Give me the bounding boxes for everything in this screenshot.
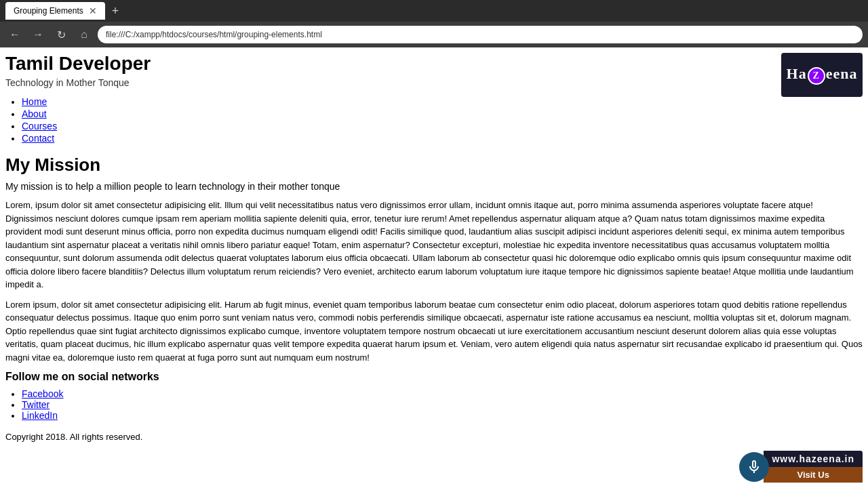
new-tab-button[interactable]: +: [108, 4, 123, 18]
address-bar[interactable]: [98, 26, 863, 43]
logo-prefix: Ha: [787, 65, 807, 82]
ad-url: www.hazeena.in: [764, 451, 863, 467]
social-list: Facebook Twitter LinkedIn: [5, 388, 863, 421]
logo-text: HaZeena: [787, 65, 858, 85]
site-tagline: Technology in Mother Tonque: [5, 77, 863, 88]
site-title: Tamil Developer: [5, 53, 863, 75]
list-item: Contact: [22, 133, 863, 144]
list-item: Home: [22, 96, 863, 107]
tab-close-button[interactable]: ✕: [89, 5, 97, 16]
ad-visit-label[interactable]: Visit Us: [764, 467, 863, 483]
microphone-icon: [746, 459, 762, 475]
list-item: LinkedIn: [22, 410, 863, 421]
lorem-paragraph-1: Lorem, ipsum dolor sit amet consectetur …: [5, 199, 863, 291]
list-item: Courses: [22, 121, 863, 131]
active-tab[interactable]: Grouping Elements ✕: [5, 2, 105, 20]
copyright-text: Copyright 2018. All rights reserved.: [5, 432, 863, 442]
social-heading: Follow me on social networks: [5, 371, 863, 383]
ad-banner[interactable]: www.hazeena.in Visit Us: [739, 451, 863, 483]
page-content: HaZeena Tamil Developer Technology in Mo…: [0, 47, 868, 488]
social-link-twitter[interactable]: Twitter: [22, 399, 50, 410]
lorem-paragraph-2: Lorem ipsum, dolor sit amet consectetur …: [5, 298, 863, 365]
refresh-button[interactable]: ↻: [52, 25, 71, 44]
nav-link-courses[interactable]: Courses: [22, 121, 57, 131]
home-button[interactable]: ⌂: [75, 25, 94, 44]
mission-intro: My mission is to help a million people t…: [5, 181, 863, 192]
list-item: Twitter: [22, 399, 863, 410]
social-link-linkedin[interactable]: LinkedIn: [22, 410, 58, 421]
nav-bar: ← → ↻ ⌂: [0, 22, 868, 47]
tab-bar: Grouping Elements ✕ +: [0, 0, 868, 22]
back-button[interactable]: ←: [5, 25, 24, 44]
forward-button[interactable]: →: [28, 25, 47, 44]
logo-z: Z: [808, 67, 825, 85]
nav-list: Home About Courses Contact: [5, 96, 863, 144]
list-item: Facebook: [22, 388, 863, 399]
nav-link-home[interactable]: Home: [22, 96, 47, 107]
browser-chrome: Grouping Elements ✕ + ← → ↻ ⌂ HaZeena Ta…: [0, 0, 868, 488]
ad-box: www.hazeena.in Visit Us: [764, 451, 863, 483]
mission-heading: My Mission: [5, 155, 863, 176]
nav-link-about[interactable]: About: [22, 108, 47, 119]
nav-link-contact[interactable]: Contact: [22, 133, 54, 144]
social-link-facebook[interactable]: Facebook: [22, 388, 63, 399]
tab-title: Grouping Elements: [14, 6, 83, 16]
logo-suffix: eena: [826, 65, 858, 82]
logo-banner: HaZeena: [781, 53, 863, 97]
list-item: About: [22, 108, 863, 119]
ad-icon: [739, 452, 769, 482]
